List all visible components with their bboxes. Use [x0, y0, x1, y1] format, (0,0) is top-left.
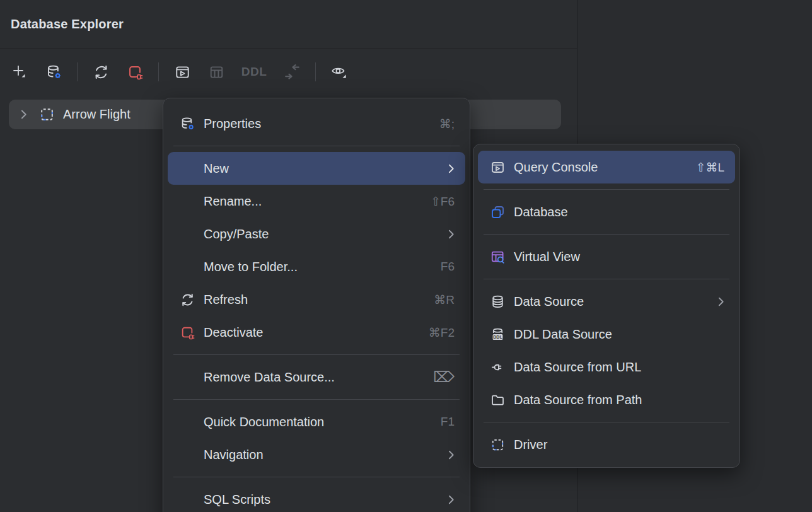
shortcut-label: F1 — [428, 415, 455, 429]
shortcut-label: ⌘F2 — [416, 325, 455, 340]
menu-item-copy-paste[interactable]: Copy/Paste — [168, 218, 465, 250]
toolbar-separator — [77, 62, 78, 81]
chevron-right-icon — [435, 450, 455, 460]
data-source-properties-button[interactable] — [43, 61, 64, 83]
menu-separator — [484, 234, 729, 235]
menu-item-move-to-folder[interactable]: Move to Folder... F6 — [168, 250, 465, 283]
shortcut-label: ⌘; — [427, 117, 455, 131]
menu-item-new[interactable]: New — [168, 152, 465, 185]
add-button[interactable] — [9, 61, 30, 83]
refresh-button[interactable] — [90, 61, 112, 83]
chevron-right-icon — [435, 494, 455, 505]
data-source-icon — [489, 294, 506, 310]
jump-to-ddl-button[interactable] — [281, 61, 303, 83]
tree-item-label: Arrow Flight — [63, 107, 130, 122]
menu-item-rename[interactable]: Rename... ⇧F6 — [168, 185, 465, 218]
menu-item-data-source-from-path[interactable]: Data Source from Path — [478, 383, 735, 416]
menu-item-data-source-from-url[interactable]: Data Source from URL — [478, 351, 735, 383]
plus-icon — [11, 63, 28, 81]
deactivate-icon — [179, 325, 195, 340]
toolbar-separator — [158, 62, 159, 81]
shortcut-label: ⇧F6 — [418, 194, 455, 209]
open-table-button[interactable] — [206, 61, 227, 83]
menu-item-deactivate[interactable]: Deactivate ⌘F2 — [168, 316, 465, 349]
chevron-right-icon[interactable] — [15, 109, 32, 120]
shortcut-label: F6 — [428, 260, 455, 274]
deactivate-button[interactable] — [124, 61, 146, 83]
plug-icon — [489, 359, 506, 375]
panel-header: Database Explorer — [0, 0, 577, 49]
chevron-right-icon — [705, 296, 724, 307]
jump-to-query-console-button[interactable] — [171, 61, 193, 83]
table-icon — [208, 64, 225, 81]
jump-arrows-icon — [283, 63, 301, 81]
chevron-right-icon — [435, 229, 455, 240]
menu-separator — [173, 146, 460, 146]
generate-ddl-button[interactable]: DDL — [240, 61, 269, 83]
delete-icon: ⌦ — [420, 369, 455, 385]
menu-item-driver[interactable]: Driver — [478, 428, 735, 461]
toolbar-separator — [315, 62, 316, 81]
refresh-icon — [93, 64, 110, 81]
menu-separator — [484, 189, 729, 190]
shortcut-label: ⌘R — [421, 293, 455, 307]
menu-item-remove-data-source[interactable]: Remove Data Source... ⌦ — [168, 361, 465, 393]
menu-item-ddl-data-source[interactable]: DDL Data Source — [478, 318, 735, 351]
menu-item-database[interactable]: Database — [478, 195, 735, 228]
query-console-icon — [489, 160, 506, 175]
ddl-label: DDL — [241, 65, 267, 79]
virtual-view-icon — [489, 249, 506, 265]
chevron-right-icon — [435, 163, 455, 174]
menu-item-quick-documentation[interactable]: Quick Documentation F1 — [168, 405, 465, 438]
panel-title: Database Explorer — [11, 17, 124, 32]
shortcut-label: ⇧⌘L — [683, 160, 725, 175]
folder-icon — [489, 392, 506, 408]
menu-item-sql-scripts[interactable]: SQL Scripts — [168, 483, 465, 512]
ddl-data-source-icon — [489, 327, 506, 342]
menu-separator — [484, 279, 729, 279]
database-gear-icon — [179, 116, 195, 132]
database-gear-icon — [45, 64, 62, 81]
menu-item-virtual-view[interactable]: Virtual View — [478, 240, 735, 273]
eye-icon — [330, 62, 349, 81]
database-icon — [489, 204, 506, 220]
view-options-button[interactable] — [328, 61, 350, 83]
menu-item-data-source[interactable]: Data Source — [478, 285, 735, 318]
refresh-icon — [179, 292, 195, 308]
context-menu: Properties ⌘; New Rename... ⇧F6 Copy/Pas… — [163, 98, 470, 512]
menu-separator — [173, 399, 460, 400]
menu-separator — [173, 354, 460, 355]
driver-icon — [489, 437, 506, 453]
query-console-icon — [174, 64, 191, 81]
deactivate-icon — [127, 64, 144, 81]
new-submenu: Query Console ⇧⌘L Database Virtual View … — [473, 144, 740, 468]
menu-separator — [484, 422, 729, 422]
menu-separator — [173, 477, 460, 477]
menu-item-query-console[interactable]: Query Console ⇧⌘L — [478, 151, 735, 183]
menu-item-navigation[interactable]: Navigation — [168, 438, 465, 471]
menu-item-properties[interactable]: Properties ⌘; — [168, 107, 465, 140]
driver-icon — [38, 106, 55, 123]
menu-item-refresh[interactable]: Refresh ⌘R — [168, 283, 465, 316]
panel-toolbar: DDL — [0, 49, 577, 95]
